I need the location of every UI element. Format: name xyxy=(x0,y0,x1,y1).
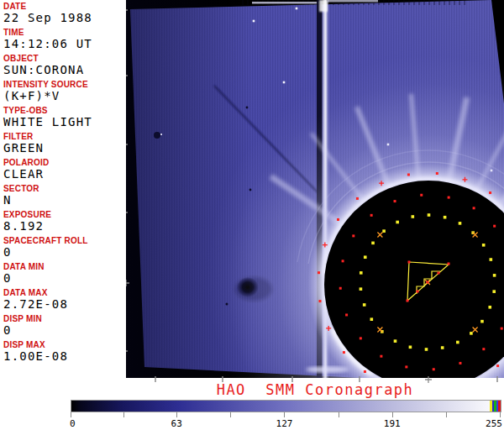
yellow-ring-dot xyxy=(396,221,399,224)
inner-red-ring-dot xyxy=(339,287,342,290)
yellow-ring-dot xyxy=(441,346,444,349)
outer-red-ring-dot xyxy=(318,271,320,274)
fiducial-dot xyxy=(408,261,411,264)
yellow-ring-dot xyxy=(470,332,473,335)
metadata-panel: DATE22 Sep 1988TIME14:12:06 UTOBJECTSUN:… xyxy=(0,0,126,378)
colorbar-tick xyxy=(176,412,177,417)
inner-red-ring-dot xyxy=(342,260,344,262)
colorbar-tick xyxy=(123,412,124,417)
metadata-field: SECTORN xyxy=(3,184,126,207)
yellow-ring-dot xyxy=(382,229,386,233)
metadata-field: DATA MAX2.72E-08 xyxy=(3,288,126,311)
colorbar-tick-label: 0 xyxy=(70,418,76,429)
yellow-ring-dot xyxy=(364,255,367,259)
field-label: SECTOR xyxy=(3,184,126,194)
yellow-ring-dot xyxy=(363,303,366,307)
outer-red-ring-dot xyxy=(489,191,491,194)
inner-red-ring-dot xyxy=(493,225,496,228)
inner-red-ring-dot xyxy=(405,365,407,368)
fiducial-dot xyxy=(417,291,419,293)
field-value: (K+F)*V xyxy=(3,90,126,102)
colorbar-tick xyxy=(71,412,71,417)
colorbar-tick xyxy=(446,412,447,417)
field-value: N xyxy=(3,194,126,207)
field-value: 8.192 xyxy=(3,220,126,233)
metadata-field: OBJECTSUN:CORONA xyxy=(3,54,126,76)
field-value: 1.00E-08 xyxy=(3,350,126,363)
yellow-ring-dot xyxy=(360,271,363,275)
field-value: 0 xyxy=(3,272,126,285)
inner-red-ring-dot xyxy=(345,313,348,316)
inner-red-ring-dot xyxy=(394,200,396,202)
field-value: 0 xyxy=(3,324,126,337)
yellow-ring-dot xyxy=(444,216,447,219)
intensity-colorbar xyxy=(71,400,501,412)
fiducial-dot xyxy=(427,281,429,284)
colorbar-tick xyxy=(284,412,285,417)
outer-red-ring-dot xyxy=(318,300,321,302)
colorbar-tick-label: 191 xyxy=(384,418,401,429)
yellow-ring-dot xyxy=(371,242,375,245)
inner-red-ring-dot xyxy=(360,337,362,339)
colorbar-tick xyxy=(230,412,231,417)
inner-red-ring-dot xyxy=(482,348,485,350)
colorbar-tick xyxy=(339,412,339,417)
metadata-field: INTENSITY SOURCE(K+F)*V xyxy=(3,80,126,102)
colorbar-tick xyxy=(392,412,393,417)
field-value: SUN:CORONA xyxy=(3,64,126,76)
yellow-ring-dot xyxy=(428,213,431,217)
yellow-ring-dot xyxy=(409,346,412,349)
metadata-field: DATE22 Sep 1988 xyxy=(3,2,126,24)
outer-red-ring-dot xyxy=(343,351,345,354)
fiducial-dot xyxy=(407,300,409,302)
field-value: 2.72E-08 xyxy=(3,298,126,311)
metadata-field: DATA MIN0 xyxy=(3,262,126,285)
fiducial-dot xyxy=(438,272,440,275)
yellow-ring-dot xyxy=(492,290,496,293)
yellow-ring-dot xyxy=(425,348,428,351)
colorbar-tick-labels: 063127191255 xyxy=(0,418,504,429)
colorbar-tick-label: 127 xyxy=(276,418,293,429)
inner-red-ring-dot xyxy=(448,197,450,199)
outer-red-ring-dot xyxy=(436,172,438,175)
yellow-ring-dot xyxy=(360,287,363,291)
yellow-ring-dot xyxy=(459,222,462,225)
field-label: DATA MIN xyxy=(3,262,126,272)
field-value: 0 xyxy=(3,246,126,259)
colorbar-tick xyxy=(500,412,501,417)
yellow-ring-dot xyxy=(370,317,374,321)
metadata-field: EXPOSURE8.192 xyxy=(3,210,126,233)
inner-red-ring-dot xyxy=(433,368,435,370)
yellow-ring-dot xyxy=(490,258,493,261)
yellow-ring-dot xyxy=(480,320,484,323)
yellow-ring-dot xyxy=(482,244,486,247)
field-value: WHITE LIGHT xyxy=(3,116,126,128)
coronagraph-display-window: DATE22 Sep 1988TIME14:12:06 UTOBJECTSUN:… xyxy=(0,0,504,430)
metadata-field: DISP MAX1.00E-08 xyxy=(3,340,126,363)
field-value: 14:12:06 UT xyxy=(3,38,126,50)
outer-red-ring-dot xyxy=(356,197,359,200)
inner-red-ring-dot xyxy=(459,362,461,364)
inner-red-ring-dot xyxy=(501,328,503,330)
metadata-field: FILTERGREEN xyxy=(3,132,126,155)
outer-red-ring-dot xyxy=(496,364,499,367)
colorbar-tick-label: 255 xyxy=(486,418,502,429)
yellow-ring-dot xyxy=(456,341,459,344)
outer-red-ring-dot xyxy=(407,173,410,176)
inner-red-ring-dot xyxy=(473,207,475,209)
field-value: 22 Sep 1988 xyxy=(3,12,126,24)
inner-red-ring-dot xyxy=(380,355,382,358)
yellow-ring-dot xyxy=(488,306,491,309)
field-value: GREEN xyxy=(3,142,126,155)
yellow-ring-dot xyxy=(412,215,415,218)
metadata-field: SPACECRAFT ROLL0 xyxy=(3,236,126,259)
metadata-field: POLAROIDCLEAR xyxy=(3,158,126,181)
yellow-ring-dot xyxy=(394,339,397,343)
metadata-field: TIME14:12:06 UT xyxy=(3,28,126,50)
field-label: SPACECRAFT ROLL xyxy=(3,236,126,246)
fiducial-dot xyxy=(448,263,450,265)
inner-red-ring-dot xyxy=(420,194,423,197)
outer-red-ring-dot xyxy=(364,370,366,373)
yellow-ring-dot xyxy=(493,274,496,277)
inner-red-ring-dot xyxy=(370,214,373,217)
